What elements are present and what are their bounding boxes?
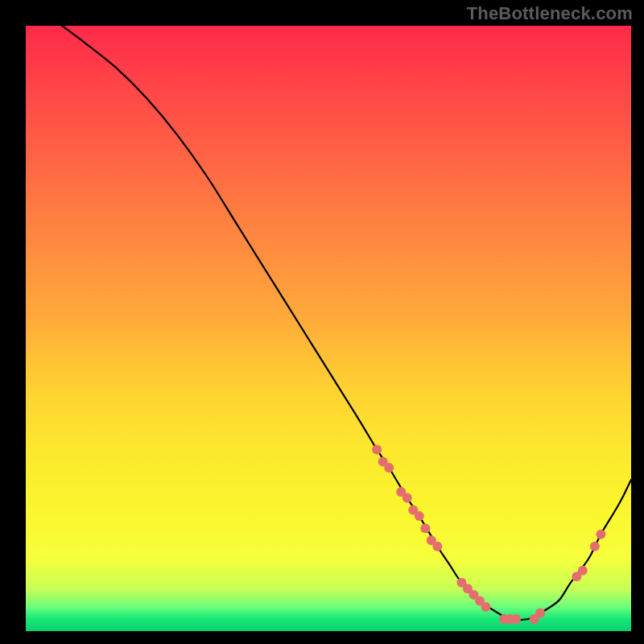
chart-svg	[26, 26, 631, 631]
data-marker	[372, 444, 382, 454]
data-marker	[590, 542, 600, 551]
data-marker	[402, 493, 412, 503]
data-marker	[511, 614, 521, 624]
data-marker	[432, 542, 442, 551]
data-marker	[596, 530, 605, 539]
data-marker	[415, 511, 424, 521]
data-marker	[535, 608, 545, 617]
watermark-text: TheBottleneck.com	[467, 3, 633, 24]
bottleneck-curve	[62, 26, 631, 620]
plot-area	[26, 26, 631, 631]
data-marker	[384, 463, 394, 473]
data-marker	[481, 602, 491, 612]
chart-container: TheBottleneck.com	[0, 0, 644, 644]
data-marker	[578, 566, 588, 576]
markers-group	[372, 444, 605, 624]
data-marker	[420, 523, 430, 533]
